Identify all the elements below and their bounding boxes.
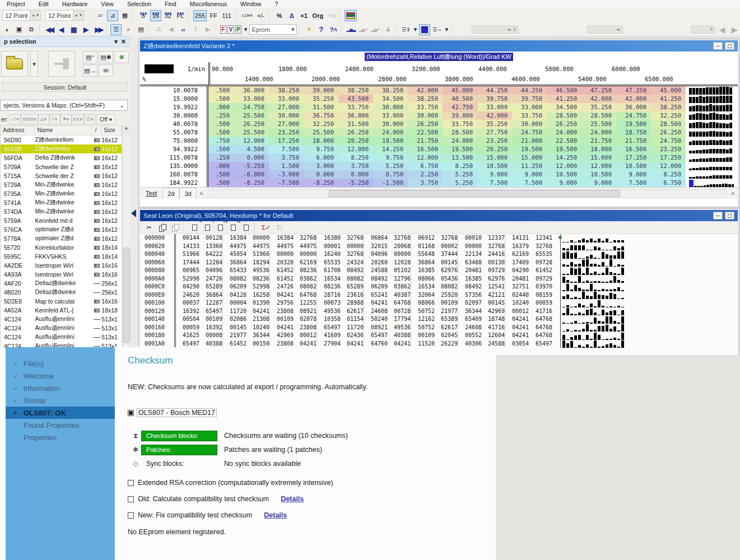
option-checkbox[interactable] [128,480,134,486]
hex-cell[interactable]: 08492 [458,283,482,291]
map-cell[interactable]: -5.250 [338,179,373,187]
hex-cell[interactable]: 08492 [341,267,364,275]
map-cell[interactable]: 27.000 [269,120,304,128]
list-item[interactable]: 576CAoptimaler Z膡d16x12 [1,225,122,234]
map-cell[interactable]: 19.500 [616,120,651,128]
hex-cell[interactable]: 62976 [482,275,505,283]
menu-find[interactable]: Find [158,0,183,8]
fvp-dropdown-icon[interactable]: ▾ [243,24,248,35]
hex-cell[interactable]: 08236 [246,275,270,283]
hex-cell[interactable]: 65497 [529,340,552,348]
map-cell[interactable]: 0.750 [373,170,408,179]
map-cell[interactable]: 25.500 [234,111,269,120]
map-cell[interactable]: 3.750 [408,179,443,187]
scope-dropdown[interactable]: ojects, Versions & Maps: (Ctrl+Shift+F) … [0,100,128,111]
map-cell[interactable]: 20.250 [477,145,512,153]
delta-view-button[interactable]: Δ [286,10,297,21]
hex-cell[interactable]: 21308 [246,315,270,324]
hex-cell[interactable]: 00012 [505,307,529,316]
map-cell[interactable]: 38.250 [651,103,686,111]
hex-cell[interactable]: 04241 [505,332,529,340]
map-cell[interactable]: 34.500 [547,103,581,111]
map-cell[interactable]: 23.250 [651,145,686,153]
hex-cell[interactable]: 12796 [388,275,411,283]
map-cell[interactable]: 9.000 [547,179,581,187]
hex-cell[interactable]: 44975 [270,242,294,251]
hex-cell[interactable]: 64768 [529,315,552,324]
filter-off-button[interactable]: Off ▾ [96,114,115,124]
hex-cell[interactable]: 65433 [223,267,246,275]
hex-cell[interactable]: 02045 [435,332,458,340]
filter-btn-3[interactable]: Γ▾ [49,114,60,124]
filter-btn-0[interactable]: =?▾ [9,114,21,124]
page-remove-icon[interactable]: ⁻ [202,222,213,233]
col-header-name[interactable]: Name [35,126,92,135]
new-version-button[interactable]: ▤⁺ [83,51,97,63]
go-next-icon[interactable]: ▶ [81,24,92,35]
hex-cell[interactable]: 51966 [176,250,199,259]
hex-cell[interactable]: 17794 [388,315,411,324]
list-item[interactable]: 56E5BZ膡dwinkelke16x12 [1,144,122,153]
map-cell[interactable]: -1.500 [373,179,408,187]
map-cell[interactable]: 7.500 [616,179,651,187]
map-cell[interactable]: 7.500 [477,179,512,187]
hex-cell[interactable]: 23808 [270,307,294,316]
hex-cell[interactable]: 50752 [411,307,435,316]
hex-cell[interactable]: 65289 [341,283,364,291]
original-view-button[interactable]: Org [311,10,325,21]
hex-cell[interactable]: 08921 [364,324,388,332]
hex-cell[interactable]: 36344 [458,307,482,316]
hex-cell[interactable]: 23808 [270,340,294,348]
hex-cell[interactable]: 11720 [223,307,246,316]
map-cell[interactable]: 24.000 [547,128,581,137]
map-cell[interactable]: 2.250 [408,170,443,179]
map-cell[interactable]: 24.750 [651,137,686,145]
hex-cell[interactable]: 04241 [505,315,529,324]
hex-cell[interactable]: 32768 [341,234,364,242]
hex-cell[interactable]: 61452 [270,267,294,275]
map-cell[interactable]: -5.250 [234,162,269,170]
hex-cell[interactable]: 12337 [482,234,505,242]
hex-cell[interactable]: 04241 [341,340,364,348]
hex-cell[interactable]: 03862 [388,283,411,291]
hex-cell[interactable]: 32768 [435,234,458,242]
hex-cell[interactable]: 24620 [176,291,199,300]
map-cell[interactable]: 11.250 [512,162,547,170]
map-cell[interactable]: .500 [208,179,234,187]
hex-cell[interactable]: 65289 [199,283,223,291]
eprom-combobox[interactable]: Eprom▾ [249,24,296,35]
map-cell[interactable]: 15.000 [512,153,547,162]
hex-cell[interactable]: 24726 [270,283,294,291]
map-cell[interactable]: 9.000 [581,179,616,187]
map-cell[interactable]: 8.250 [443,162,477,170]
hex-cell[interactable]: 49536 [246,267,270,275]
map-cell[interactable]: 16.500 [408,145,443,153]
hex-cell[interactable]: 37444 [435,250,458,259]
map-hscrollbar[interactable] [208,189,727,198]
hex-cell[interactable]: 22134 [458,250,482,259]
hex-cell[interactable]: 28988 [341,299,364,307]
hex-cell[interactable]: 44975 [223,242,246,251]
hex-cell[interactable]: 65535 [529,250,552,259]
sign-toggle-button[interactable]: +/- [255,10,267,21]
export-version-button[interactable]: ▤→ [83,64,97,77]
hex-cell[interactable]: 08159 [529,291,552,300]
hex-cell[interactable]: 16392 [199,324,223,332]
hex-cell[interactable]: 01168 [411,242,435,251]
map-cell[interactable]: 12.000 [581,162,616,170]
hex-cell[interactable]: 51966 [246,250,270,259]
hex-cell[interactable]: 04241 [294,340,317,348]
hex-cell[interactable]: 50240 [364,315,388,324]
maximize-icon[interactable]: ▢ [725,212,734,220]
map-cell[interactable]: 6.750 [651,179,686,187]
hex-cell[interactable]: 00000 [458,242,482,251]
map-cell[interactable]: 7.500 [269,145,304,153]
chart-wizard-icon[interactable]: ▂▅▃ [346,24,357,35]
map-cell[interactable]: 45.000 [443,86,477,95]
hex-cell[interactable]: 63488 [458,259,482,267]
map-cell[interactable]: 8.250 [338,153,373,162]
option-checkbox[interactable] [128,496,134,502]
axis-view-icon[interactable]: ⊿ [107,10,118,21]
value-window-icon[interactable]: ▱ [95,10,106,21]
map-list-header[interactable]: AddressName/Size [1,126,122,136]
